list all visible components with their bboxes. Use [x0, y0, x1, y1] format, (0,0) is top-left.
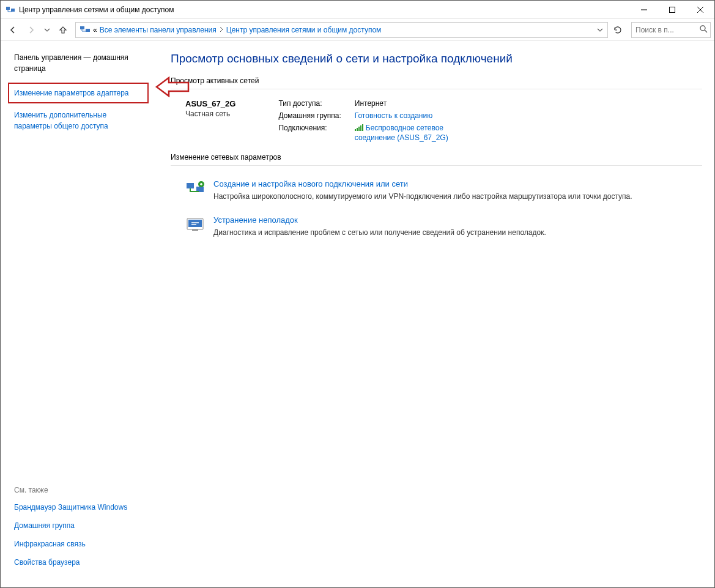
access-type-value: Интернет [355, 99, 477, 108]
sidebar-link-advanced-sharing[interactable]: Изменить дополнительные параметры общего… [14, 110, 145, 132]
refresh-button[interactable] [609, 21, 626, 39]
see-also-internet-options[interactable]: Свойства браузера [14, 557, 145, 568]
forward-button[interactable] [23, 21, 40, 39]
svg-rect-6 [355, 129, 356, 131]
network-identity: ASUS_67_2G Частная сеть [185, 99, 235, 142]
svg-rect-11 [187, 183, 194, 188]
task-new-connection-desc: Настройка широкополосного, коммутируемог… [213, 191, 632, 202]
search-input[interactable] [634, 25, 699, 35]
see-also-firewall[interactable]: Брандмауэр Защитника Windows [14, 502, 145, 513]
active-networks-heading: Просмотр активных сетей [171, 76, 702, 89]
window-title: Центр управления сетями и общим доступом [19, 6, 174, 14]
svg-rect-2 [670, 7, 675, 12]
svg-rect-16 [192, 229, 198, 231]
breadcrumb-item-current[interactable]: Центр управления сетями и общим доступом [226, 26, 382, 34]
task-troubleshoot-desc: Диагностика и исправление проблем с сеть… [213, 227, 546, 238]
chevron-right-icon [219, 26, 224, 34]
minimize-button[interactable] [630, 1, 658, 19]
content: Панель управления — домашняя страница Из… [1, 41, 714, 587]
wifi-signal-icon [355, 124, 363, 133]
network-name: ASUS_67_2G [185, 99, 235, 108]
network-details-grid: Тип доступа: Интернет Домашняя группа: Г… [278, 99, 476, 142]
sidebar: Панель управления — домашняя страница Из… [1, 41, 152, 587]
search-icon [699, 24, 708, 35]
svg-rect-15 [188, 220, 202, 227]
see-also-section: См. также Брандмауэр Защитника Windows Д… [14, 486, 145, 575]
svg-rect-7 [357, 128, 358, 131]
maximize-button[interactable] [658, 1, 686, 19]
titlebar: Центр управления сетями и общим доступом [1, 1, 714, 19]
see-also-heading: См. также [14, 486, 145, 494]
up-button[interactable] [54, 21, 72, 39]
search-box[interactable] [631, 22, 711, 38]
breadcrumb-item-all[interactable]: Все элементы панели управления [100, 26, 217, 34]
main-panel: Просмотр основных сведений о сети и наст… [152, 41, 714, 587]
access-type-label: Тип доступа: [278, 99, 341, 108]
svg-rect-1 [11, 9, 15, 12]
connections-label: Подключения: [278, 124, 341, 132]
svg-rect-0 [6, 7, 10, 10]
back-button[interactable] [4, 21, 21, 39]
history-dropdown[interactable] [41, 21, 53, 39]
sidebar-home-link[interactable]: Панель управления — домашняя страница [14, 52, 145, 74]
network-type: Частная сеть [185, 110, 235, 118]
new-connection-icon [185, 179, 205, 199]
troubleshoot-icon [185, 215, 205, 235]
homegroup-label: Домашняя группа: [278, 111, 341, 120]
see-also-homegroup[interactable]: Домашняя группа [14, 520, 145, 531]
change-settings-heading: Изменение сетевых параметров [171, 153, 702, 166]
address-dropdown[interactable] [594, 21, 606, 39]
task-new-connection-link[interactable]: Создание и настройка нового подключения … [213, 179, 632, 188]
task-troubleshoot: Устранение неполадок Диагностика и испра… [171, 208, 702, 244]
address-bar[interactable]: « Все элементы панели управления Центр у… [75, 22, 608, 38]
sidebar-link-adapter-settings[interactable]: Изменение параметров адаптера [8, 83, 149, 103]
window-controls [630, 1, 714, 19]
location-icon [80, 24, 91, 35]
active-network-block: ASUS_67_2G Частная сеть Тип доступа: Инт… [171, 93, 702, 153]
homegroup-link[interactable]: Готовность к созданию [355, 111, 432, 120]
breadcrumb-prefix: « [93, 26, 97, 34]
task-new-connection: Создание и настройка нового подключения … [171, 172, 702, 208]
navbar: « Все элементы панели управления Центр у… [1, 19, 714, 41]
svg-rect-8 [358, 127, 360, 131]
app-icon [6, 5, 15, 15]
task-troubleshoot-link[interactable]: Устранение неполадок [213, 215, 546, 225]
svg-point-5 [700, 26, 705, 31]
svg-rect-10 [362, 124, 363, 131]
close-button[interactable] [686, 1, 714, 19]
see-also-infrared[interactable]: Инфракрасная связь [14, 538, 145, 549]
page-heading: Просмотр основных сведений о сети и наст… [171, 52, 702, 65]
tasks-list: Создание и настройка нового подключения … [171, 172, 702, 244]
svg-rect-3 [80, 26, 84, 29]
connection-link[interactable]: Беспроводное сетевое соединение (ASUS_67… [355, 124, 448, 142]
svg-rect-9 [360, 125, 361, 131]
